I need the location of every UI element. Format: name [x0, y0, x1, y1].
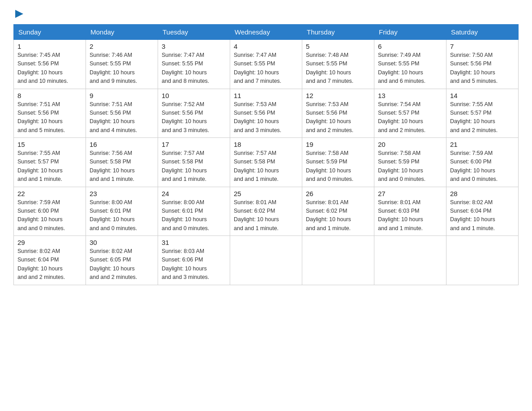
table-row [374, 236, 446, 285]
day-number: 2 [90, 43, 154, 50]
calendar-header: SundayMondayTuesdayWednesdayThursdayFrid… [14, 25, 519, 40]
day-header-wednesday: Wednesday [230, 25, 302, 40]
table-row: 13Sunrise: 7:54 AMSunset: 5:57 PMDayligh… [374, 89, 446, 138]
table-row: 25Sunrise: 8:01 AMSunset: 6:02 PMDayligh… [230, 187, 302, 236]
calendar-week-5: 29Sunrise: 8:02 AMSunset: 6:04 PMDayligh… [14, 236, 519, 285]
day-number: 6 [378, 43, 442, 50]
table-row: 10Sunrise: 7:52 AMSunset: 5:56 PMDayligh… [158, 89, 230, 138]
day-info: Sunrise: 7:53 AMSunset: 5:56 PMDaylight:… [306, 100, 370, 135]
day-info: Sunrise: 7:51 AMSunset: 5:56 PMDaylight:… [90, 100, 154, 135]
table-row: 2Sunrise: 7:46 AMSunset: 5:55 PMDaylight… [86, 40, 158, 89]
table-row: 19Sunrise: 7:58 AMSunset: 5:59 PMDayligh… [302, 138, 374, 187]
days-of-week-row: SundayMondayTuesdayWednesdayThursdayFrid… [14, 25, 519, 40]
table-row: 31Sunrise: 8:03 AMSunset: 6:06 PMDayligh… [158, 236, 230, 285]
day-number: 27 [378, 190, 442, 197]
day-number: 13 [378, 92, 442, 99]
day-info: Sunrise: 7:52 AMSunset: 5:56 PMDaylight:… [162, 100, 226, 135]
day-number: 15 [17, 141, 82, 148]
day-info: Sunrise: 7:55 AMSunset: 5:57 PMDaylight:… [17, 149, 82, 184]
day-number: 3 [162, 43, 226, 50]
day-header-saturday: Saturday [446, 25, 519, 40]
table-row [230, 236, 302, 285]
day-info: Sunrise: 8:03 AMSunset: 6:06 PMDaylight:… [162, 247, 226, 282]
day-info: Sunrise: 7:59 AMSunset: 6:00 PMDaylight:… [450, 149, 515, 184]
day-number: 30 [90, 239, 154, 246]
table-row: 14Sunrise: 7:55 AMSunset: 5:57 PMDayligh… [446, 89, 519, 138]
day-info: Sunrise: 7:49 AMSunset: 5:55 PMDaylight:… [378, 51, 442, 86]
table-row: 23Sunrise: 8:00 AMSunset: 6:01 PMDayligh… [86, 187, 158, 236]
day-header-sunday: Sunday [14, 25, 86, 40]
table-row: 8Sunrise: 7:51 AMSunset: 5:56 PMDaylight… [14, 89, 86, 138]
day-number: 28 [450, 190, 515, 197]
calendar-week-3: 15Sunrise: 7:55 AMSunset: 5:57 PMDayligh… [14, 138, 519, 187]
table-row: 28Sunrise: 8:02 AMSunset: 6:04 PMDayligh… [446, 187, 519, 236]
table-row: 26Sunrise: 8:01 AMSunset: 6:02 PMDayligh… [302, 187, 374, 236]
day-number: 14 [450, 92, 515, 99]
day-info: Sunrise: 7:54 AMSunset: 5:57 PMDaylight:… [378, 100, 442, 135]
day-number: 5 [306, 43, 370, 50]
day-info: Sunrise: 7:59 AMSunset: 6:00 PMDaylight:… [17, 198, 82, 233]
day-info: Sunrise: 7:47 AMSunset: 5:55 PMDaylight:… [162, 51, 226, 86]
day-info: Sunrise: 7:56 AMSunset: 5:58 PMDaylight:… [90, 149, 154, 184]
calendar-week-2: 8Sunrise: 7:51 AMSunset: 5:56 PMDaylight… [14, 89, 519, 138]
day-header-monday: Monday [86, 25, 158, 40]
day-number: 25 [234, 190, 298, 197]
day-number: 9 [90, 92, 154, 99]
table-row: 12Sunrise: 7:53 AMSunset: 5:56 PMDayligh… [302, 89, 374, 138]
day-number: 19 [306, 141, 370, 148]
calendar-table: SundayMondayTuesdayWednesdayThursdayFrid… [13, 24, 519, 285]
day-info: Sunrise: 7:58 AMSunset: 5:59 PMDaylight:… [378, 149, 442, 184]
table-row: 1Sunrise: 7:45 AMSunset: 5:56 PMDaylight… [14, 40, 86, 89]
day-number: 26 [306, 190, 370, 197]
day-info: Sunrise: 8:02 AMSunset: 6:04 PMDaylight:… [450, 198, 515, 233]
day-info: Sunrise: 7:58 AMSunset: 5:59 PMDaylight:… [306, 149, 370, 184]
day-number: 23 [90, 190, 154, 197]
day-number: 31 [162, 239, 226, 246]
day-info: Sunrise: 7:55 AMSunset: 5:57 PMDaylight:… [450, 100, 515, 135]
day-info: Sunrise: 7:57 AMSunset: 5:58 PMDaylight:… [234, 149, 298, 184]
day-number: 21 [450, 141, 515, 148]
day-info: Sunrise: 7:51 AMSunset: 5:56 PMDaylight:… [17, 100, 82, 135]
day-info: Sunrise: 8:00 AMSunset: 6:01 PMDaylight:… [90, 198, 154, 233]
table-row: 29Sunrise: 8:02 AMSunset: 6:04 PMDayligh… [14, 236, 86, 285]
table-row [302, 236, 374, 285]
calendar-week-1: 1Sunrise: 7:45 AMSunset: 5:56 PMDaylight… [14, 40, 519, 89]
day-info: Sunrise: 7:45 AMSunset: 5:56 PMDaylight:… [17, 51, 82, 86]
calendar-week-4: 22Sunrise: 7:59 AMSunset: 6:00 PMDayligh… [14, 187, 519, 236]
day-info: Sunrise: 7:57 AMSunset: 5:58 PMDaylight:… [162, 149, 226, 184]
day-number: 7 [450, 43, 515, 50]
day-number: 8 [17, 92, 82, 99]
svg-marker-0 [15, 10, 23, 18]
day-number: 24 [162, 190, 226, 197]
calendar-body: 1Sunrise: 7:45 AMSunset: 5:56 PMDaylight… [14, 40, 519, 285]
day-info: Sunrise: 7:50 AMSunset: 5:56 PMDaylight:… [450, 51, 515, 86]
table-row: 6Sunrise: 7:49 AMSunset: 5:55 PMDaylight… [374, 40, 446, 89]
day-number: 12 [306, 92, 370, 99]
day-number: 10 [162, 92, 226, 99]
table-row: 7Sunrise: 7:50 AMSunset: 5:56 PMDaylight… [446, 40, 519, 89]
table-row: 22Sunrise: 7:59 AMSunset: 6:00 PMDayligh… [14, 187, 86, 236]
day-header-tuesday: Tuesday [158, 25, 230, 40]
table-row: 30Sunrise: 8:02 AMSunset: 6:05 PMDayligh… [86, 236, 158, 285]
table-row: 24Sunrise: 8:00 AMSunset: 6:01 PMDayligh… [158, 187, 230, 236]
table-row: 21Sunrise: 7:59 AMSunset: 6:00 PMDayligh… [446, 138, 519, 187]
day-number: 20 [378, 141, 442, 148]
day-info: Sunrise: 8:02 AMSunset: 6:04 PMDaylight:… [17, 247, 82, 282]
day-info: Sunrise: 8:01 AMSunset: 6:02 PMDaylight:… [306, 198, 370, 233]
table-row: 4Sunrise: 7:47 AMSunset: 5:55 PMDaylight… [230, 40, 302, 89]
day-number: 18 [234, 141, 298, 148]
day-info: Sunrise: 7:53 AMSunset: 5:56 PMDaylight:… [234, 100, 298, 135]
day-number: 16 [90, 141, 154, 148]
table-row: 5Sunrise: 7:48 AMSunset: 5:55 PMDaylight… [302, 40, 374, 89]
table-row [446, 236, 519, 285]
table-row: 17Sunrise: 7:57 AMSunset: 5:58 PMDayligh… [158, 138, 230, 187]
day-info: Sunrise: 8:01 AMSunset: 6:03 PMDaylight:… [378, 198, 442, 233]
table-row: 9Sunrise: 7:51 AMSunset: 5:56 PMDaylight… [86, 89, 158, 138]
day-number: 4 [234, 43, 298, 50]
logo-flag-icon [14, 9, 24, 19]
day-number: 1 [17, 43, 82, 50]
day-number: 11 [234, 92, 298, 99]
table-row: 3Sunrise: 7:47 AMSunset: 5:55 PMDaylight… [158, 40, 230, 89]
day-info: Sunrise: 7:48 AMSunset: 5:55 PMDaylight:… [306, 51, 370, 86]
day-header-friday: Friday [374, 25, 446, 40]
